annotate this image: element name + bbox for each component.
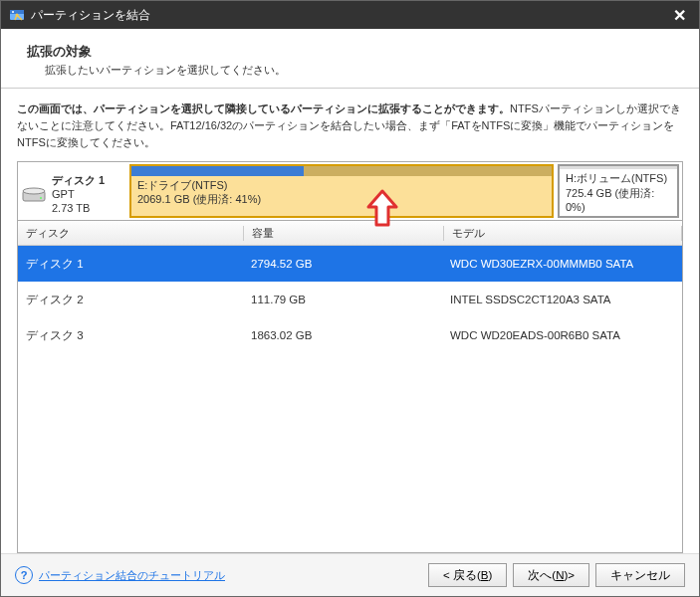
partition-h[interactable]: H:ボリューム(NTFS) 725.4 GB (使用済: 0%) [558,164,679,218]
back-button[interactable]: < 戻る(B) [428,563,507,587]
usage-bar [131,166,552,176]
partition-detail: 725.4 GB (使用済: 0%) [566,186,671,215]
cancel-label: キャンセル [610,568,670,583]
titlebar: パーティションを結合 ✕ [1,1,699,29]
next-label: 次へ [528,568,552,583]
cell-disk: ディスク 3 [18,328,243,343]
svg-point-5 [23,188,45,194]
partition-row: E:ドライブ(NTFS) 2069.1 GB (使用済: 41%) H:ボリュー… [129,162,682,220]
disk-info: ディスク 1 GPT 2.73 TB [18,162,129,220]
partition-name: E:ドライブ(NTFS) [137,178,546,192]
disk-name: ディスク 1 [52,173,105,187]
heading-block: 拡張の対象 拡張したいパーティションを選択してください。 [1,29,699,89]
table-row[interactable]: ディスク 1 2794.52 GB WDC WD30EZRX-00MMMB0 S… [18,246,682,282]
footer: ? パーティション結合のチュートリアル < 戻る(B) 次へ(N) > キャンセ… [1,553,699,596]
next-suffix: > [568,569,575,581]
usage-bar [560,166,677,169]
usage-fill [131,166,304,176]
cell-capacity: 2794.52 GB [243,258,442,270]
cell-capacity: 1863.02 GB [243,329,442,341]
instructions: この画面では、パーティションを選択して隣接しているパーティションに拡張することが… [17,100,683,151]
svg-point-3 [16,14,19,17]
app-icon [9,7,25,23]
heading-subtitle: 拡張したいパーティションを選択してください。 [45,63,679,78]
table-body: ディスク 1 2794.52 GB WDC WD30EZRX-00MMMB0 S… [18,246,682,552]
table-row[interactable]: ディスク 2 111.79 GB INTEL SSDSC2CT120A3 SAT… [18,282,682,317]
partition-name: H:ボリューム(NTFS) [566,171,671,185]
th-disk[interactable]: ディスク [18,226,244,241]
partition-e[interactable]: E:ドライブ(NTFS) 2069.1 GB (使用済: 41%) [129,164,554,218]
cell-model: INTEL SSDSC2CT120A3 SATA [442,294,682,305]
cancel-button[interactable]: キャンセル [595,563,685,587]
th-model[interactable]: モデル [444,226,682,241]
hdd-icon [22,186,46,204]
cell-disk: ディスク 2 [18,293,243,307]
heading-title: 拡張の対象 [27,43,679,61]
instructions-bold: この画面では、パーティションを選択して隣接しているパーティションに拡張することが… [17,102,510,114]
disk-map: ディスク 1 GPT 2.73 TB E:ドライブ(NTFS) 2069.1 G… [17,161,683,221]
disk-scheme: GPT [52,187,105,201]
back-accel: B [481,569,489,581]
table-header: ディスク 容量 モデル [18,221,682,246]
th-capacity[interactable]: 容量 [244,226,444,241]
svg-point-6 [40,197,42,199]
svg-point-2 [12,11,14,13]
next-button[interactable]: 次へ(N) > [513,563,589,587]
table-row[interactable]: ディスク 3 1863.02 GB WDC WD20EADS-00R6B0 SA… [18,317,682,353]
cell-capacity: 111.79 GB [243,294,442,305]
help-icon: ? [15,566,33,584]
tutorial-link[interactable]: パーティション結合のチュートリアル [39,568,225,583]
close-button[interactable]: ✕ [659,1,699,29]
cell-model: WDC WD30EZRX-00MMMB0 SATA [442,258,682,270]
cell-disk: ディスク 1 [18,257,243,272]
back-label: < 戻る [443,568,477,583]
window-title: パーティションを結合 [31,7,659,24]
disk-total: 2.73 TB [52,201,105,215]
disk-table: ディスク 容量 モデル ディスク 1 2794.52 GB WDC WD30EZ… [17,221,683,553]
cell-model: WDC WD20EADS-00R6B0 SATA [442,329,682,341]
partition-detail: 2069.1 GB (使用済: 41%) [137,192,546,206]
next-accel: N [556,569,564,581]
